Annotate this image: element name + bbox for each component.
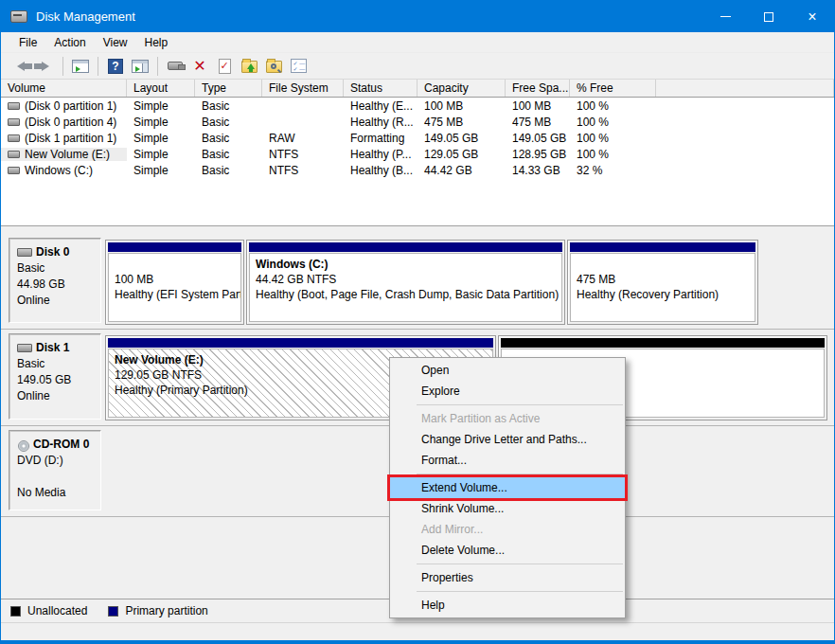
menu-separator — [417, 591, 623, 592]
help-icon[interactable]: ? — [105, 57, 126, 76]
cell-file-system: RAW — [262, 132, 344, 145]
cell-free-space: 149.05 GB — [506, 132, 570, 145]
disk1-label[interactable]: Disk 1 Basic 149.05 GB Online — [9, 333, 101, 420]
titlebar: Disk Management × — [1, 1, 834, 32]
cell-status: Healthy (E... — [344, 99, 418, 113]
cell-type: Basic — [195, 164, 262, 177]
explore-folder-icon[interactable] — [263, 57, 284, 76]
cdrom-label[interactable]: CD-ROM 0 DVD (D:) No Media — [9, 430, 101, 510]
hdd-icon — [8, 134, 20, 142]
menu-item-change-drive-letter[interactable]: Change Drive Letter and Paths... — [390, 429, 625, 450]
menu-view[interactable]: View — [95, 33, 136, 52]
menu-item-open[interactable]: Open — [390, 360, 625, 381]
close-button[interactable]: × — [791, 1, 834, 32]
back-icon[interactable] — [10, 57, 31, 76]
disk0-size: 44.98 GB — [17, 277, 97, 293]
pane-splitter[interactable] — [1, 225, 834, 234]
disk0-name: Disk 0 — [36, 244, 69, 260]
maximize-icon — [764, 12, 773, 22]
partition-title: Windows (C:) — [256, 257, 556, 272]
partition-size: 44.42 GB NTFS — [256, 272, 556, 287]
legend-unallocated-label: Unallocated — [27, 604, 87, 617]
cell-volume: (Disk 0 partition 4) — [25, 116, 116, 129]
col-layout[interactable]: Layout — [127, 80, 195, 97]
cell-volume: New Volume (E:) — [25, 148, 110, 161]
legend-primary-label: Primary partition — [125, 604, 207, 617]
menu-item-extend-volume[interactable]: Extend Volume... — [390, 477, 625, 498]
cell-status: Healthy (R... — [344, 116, 418, 129]
disk0-band: Disk 0 Basic 44.98 GB Online 100 MB Heal… — [1, 234, 834, 330]
cell-status: Healthy (P... — [344, 148, 418, 161]
cell-type: Basic — [195, 132, 262, 145]
primary-partition-bar — [108, 242, 241, 252]
maximize-button[interactable] — [747, 1, 791, 32]
show-console-tree-icon[interactable] — [70, 57, 91, 76]
menu-item-explore[interactable]: Explore — [390, 381, 625, 402]
cell-capacity: 149.05 GB — [418, 132, 506, 145]
primary-partition-swatch — [108, 606, 118, 617]
col-capacity[interactable]: Capacity — [418, 80, 506, 97]
menu-item-delete-volume[interactable]: Delete Volume... — [390, 540, 625, 561]
hdd-icon — [8, 102, 20, 110]
col-status[interactable]: Status — [344, 80, 418, 97]
col-free-space[interactable]: Free Spa... — [506, 80, 570, 97]
disk0-partition-windows-c[interactable]: Windows (C:) 44.42 GB NTFS Healthy (Boot… — [246, 240, 565, 325]
table-row[interactable]: (Disk 0 partition 4) Simple Basic Health… — [1, 114, 834, 130]
cell-free-space: 475 MB — [506, 116, 570, 129]
col-file-system[interactable]: File System — [262, 80, 344, 97]
minimize-button[interactable] — [703, 1, 747, 32]
table-row[interactable]: Windows (C:) Simple Basic NTFS Healthy (… — [1, 162, 834, 178]
properties-list-icon[interactable] — [288, 57, 309, 76]
check-document-icon[interactable] — [214, 57, 235, 76]
cell-layout: Simple — [127, 132, 195, 145]
volume-list: Volume Layout Type File System Status Ca… — [1, 80, 834, 225]
disk0-label[interactable]: Disk 0 Basic 44.98 GB Online — [9, 238, 101, 323]
col-volume[interactable]: Volume — [1, 80, 127, 97]
cell-capacity: 475 MB — [418, 116, 506, 129]
minimize-icon — [720, 16, 731, 17]
menu-separator — [417, 404, 623, 405]
close-icon: × — [808, 9, 816, 25]
hdd-icon — [17, 344, 32, 352]
primary-partition-bar — [249, 242, 562, 252]
table-row[interactable]: (Disk 1 partition 1) Simple Basic RAW Fo… — [1, 130, 834, 146]
partition-status: Healthy (EFI System Parti — [115, 287, 235, 302]
menu-item-format[interactable]: Format... — [390, 450, 625, 471]
menu-action[interactable]: Action — [45, 33, 94, 52]
toolbar-separator — [157, 57, 158, 76]
primary-partition-bar — [570, 242, 755, 252]
partition-size: 100 MB — [115, 272, 235, 287]
col-pct-free[interactable]: % Free — [570, 80, 656, 97]
table-row[interactable]: (Disk 0 partition 1) Simple Basic Health… — [1, 98, 834, 114]
table-row-new-volume[interactable]: New Volume (E:) Simple Basic NTFS Health… — [1, 146, 834, 162]
primary-partition-bar — [108, 338, 493, 348]
disk0-status: Online — [17, 293, 97, 309]
unallocated-swatch — [10, 606, 21, 617]
cell-layout: Simple — [127, 116, 195, 129]
forward-icon[interactable] — [35, 57, 56, 76]
popup-tool-icon[interactable] — [165, 57, 186, 76]
partition-status: Healthy (Recovery Partition) — [577, 287, 749, 302]
cdrom-name: CD-ROM 0 — [33, 437, 89, 453]
menu-item-shrink-volume[interactable]: Shrink Volume... — [390, 498, 625, 519]
menu-bar: File Action View Help — [1, 32, 834, 53]
toolbar-separator — [62, 57, 63, 76]
cell-pct-free: 100 % — [570, 132, 656, 145]
cell-layout: Simple — [127, 148, 195, 161]
col-type[interactable]: Type — [195, 80, 262, 97]
show-action-pane-icon[interactable] — [130, 57, 151, 76]
menu-item-properties[interactable]: Properties — [390, 567, 625, 588]
menu-file[interactable]: File — [10, 33, 45, 52]
disk0-partition-recovery[interactable]: 475 MB Healthy (Recovery Partition) — [567, 240, 758, 325]
menu-item-help[interactable]: Help — [390, 595, 625, 616]
delete-volume-icon[interactable]: ✕ — [189, 57, 210, 76]
hdd-icon — [8, 151, 20, 158]
disk1-kind: Basic — [17, 356, 97, 372]
unallocated-bar — [501, 338, 825, 348]
cell-pct-free: 100 % — [570, 148, 656, 161]
menu-help[interactable]: Help — [136, 33, 177, 52]
disk0-partition-efi[interactable]: 100 MB Healthy (EFI System Parti — [105, 240, 244, 325]
cell-capacity: 129.05 GB — [418, 148, 506, 161]
disk-drive-icon — [10, 10, 27, 23]
open-folder-icon[interactable] — [239, 57, 259, 76]
